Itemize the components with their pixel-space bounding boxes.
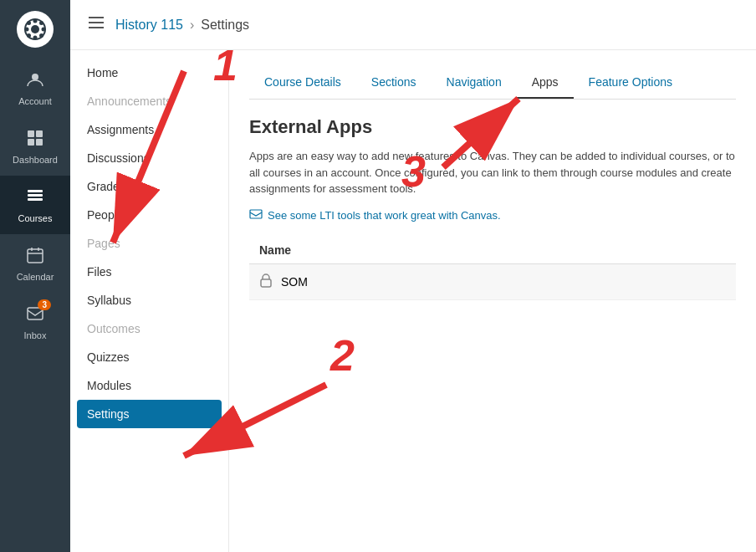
sidebar-item-grades[interactable]: Grades [70, 172, 228, 201]
section-title: External Apps [249, 116, 736, 138]
nav-item-dashboard-label: Dashboard [13, 155, 58, 165]
app-name-text: SOM [281, 275, 308, 289]
dashboard-icon [26, 129, 44, 151]
svg-rect-14 [36, 139, 43, 146]
tab-navigation[interactable]: Navigation [432, 67, 517, 99]
nav-item-courses-label: Courses [18, 213, 53, 223]
sidebar-item-home[interactable]: Home [70, 59, 228, 87]
svg-rect-27 [261, 279, 271, 287]
page-main: Course Details Sections Navigation Apps … [229, 50, 756, 552]
sidebar-item-announcements[interactable]: Announcements [70, 87, 228, 115]
nav-item-calendar[interactable]: Calendar [0, 234, 70, 293]
table-header-name: Name [249, 237, 736, 264]
inbox-badge: 3 [38, 299, 51, 310]
tab-apps[interactable]: Apps [517, 67, 574, 99]
sidebar-item-discussions[interactable]: Discussions [70, 144, 228, 172]
course-sidebar: Home Announcements Assignments Discussio… [70, 50, 229, 552]
svg-point-1 [31, 25, 39, 33]
description-text: Apps are an easy way to add new features… [249, 148, 736, 197]
svg-rect-18 [28, 249, 43, 263]
sidebar-item-pages[interactable]: Pages [70, 229, 228, 258]
svg-point-3 [33, 36, 38, 40]
breadcrumb-current: Settings [201, 18, 249, 33]
svg-point-7 [39, 33, 43, 38]
nav-item-inbox-label: Inbox [24, 330, 47, 340]
svg-point-4 [25, 28, 29, 32]
tab-sections[interactable]: Sections [356, 67, 432, 99]
svg-rect-12 [36, 130, 43, 137]
lock-icon [259, 273, 273, 291]
top-header: History 115 › Settings [70, 0, 756, 50]
breadcrumb-separator: › [190, 18, 194, 33]
svg-rect-15 [28, 190, 43, 192]
nav-item-inbox[interactable]: 3 Inbox [0, 293, 70, 351]
settings-tabs: Course Details Sections Navigation Apps … [249, 67, 736, 100]
nav-rail: Account Dashboard Courses [0, 0, 70, 552]
sidebar-item-people[interactable]: People [70, 201, 228, 229]
svg-point-2 [33, 19, 38, 23]
sidebar-item-quizzes[interactable]: Quizzes [70, 343, 228, 371]
svg-rect-13 [28, 139, 34, 146]
sidebar-item-settings[interactable]: Settings [77, 400, 222, 428]
main-content: History 115 › Settings Home Announcement… [70, 0, 756, 552]
lti-link[interactable]: See some LTI tools that work great with … [249, 207, 736, 223]
tab-feature-options[interactable]: Feature Options [574, 67, 687, 99]
nav-item-courses[interactable]: Courses [0, 176, 70, 234]
content-area: Home Announcements Assignments Discussio… [70, 50, 756, 552]
nav-item-dashboard[interactable]: Dashboard [0, 117, 70, 176]
svg-point-5 [42, 28, 46, 32]
tab-course-details[interactable]: Course Details [249, 67, 356, 99]
courses-icon [26, 187, 44, 210]
lti-link-text: See some LTI tools that work great with … [268, 209, 501, 222]
svg-rect-11 [28, 130, 34, 137]
logo [0, 0, 70, 59]
nav-item-calendar-label: Calendar [17, 272, 54, 282]
sidebar-item-outcomes[interactable]: Outcomes [70, 314, 228, 343]
inbox-badge-wrap: 3 [26, 304, 44, 327]
breadcrumb-course-link[interactable]: History 115 [115, 18, 183, 33]
nav-item-account[interactable]: Account [0, 59, 70, 117]
svg-point-9 [27, 33, 31, 38]
calendar-icon [26, 246, 44, 268]
lti-link-icon [249, 207, 263, 223]
breadcrumb: History 115 › Settings [115, 18, 249, 33]
apps-table: Name [249, 237, 736, 300]
account-icon [26, 70, 44, 93]
logo-icon [17, 11, 54, 48]
app-name-cell: SOM [249, 263, 736, 299]
app-name-inner: SOM [259, 273, 726, 291]
sidebar-item-assignments[interactable]: Assignments [70, 115, 228, 144]
sidebar-item-syllabus[interactable]: Syllabus [70, 286, 228, 314]
svg-point-8 [39, 21, 43, 25]
sidebar-item-files[interactable]: Files [70, 258, 228, 286]
nav-item-account-label: Account [18, 96, 52, 106]
table-row: SOM [249, 263, 736, 299]
svg-rect-16 [28, 194, 43, 197]
hamburger-icon[interactable] [87, 13, 105, 36]
svg-point-10 [32, 74, 38, 80]
svg-point-6 [27, 21, 31, 25]
svg-rect-17 [28, 198, 43, 201]
sidebar-item-modules[interactable]: Modules [70, 371, 228, 400]
svg-rect-26 [250, 210, 262, 218]
